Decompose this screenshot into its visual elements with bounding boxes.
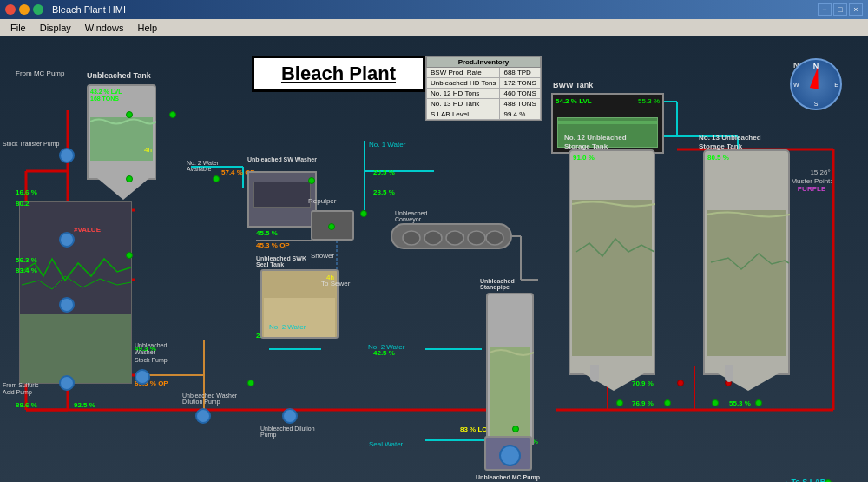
valve-13 bbox=[512, 426, 519, 432]
svg-point-40 bbox=[468, 231, 485, 245]
mc-pump-bottom-label: Unbleached MC Pump bbox=[469, 474, 547, 480]
compass-bearing: 15.26° bbox=[786, 168, 855, 176]
washer-dilution-pump-label: Unbleached WasherDilution Pump bbox=[182, 393, 237, 405]
menu-windows[interactable]: Windows bbox=[78, 21, 131, 35]
valve-12 bbox=[755, 399, 762, 406]
menu-file[interactable]: File bbox=[3, 21, 33, 35]
valve-6 bbox=[308, 177, 315, 184]
svg-point-37 bbox=[403, 231, 420, 245]
shower-label: Shower bbox=[311, 252, 334, 260]
title-bar: Bleach Plant HMI − □ × bbox=[0, 0, 868, 19]
valve-11 bbox=[712, 399, 719, 406]
prod-table-header: Prod./Inventory bbox=[427, 57, 541, 68]
minimize-ctrl[interactable]: − bbox=[818, 3, 832, 16]
no2-water-available: No. 2 WaterAvailable bbox=[187, 160, 219, 172]
stock-transfer-label: Stock Transfer Pump bbox=[3, 141, 59, 148]
dilution-pump-label: Unbleached DilutionPump bbox=[260, 426, 315, 438]
val-v17: 20.5 % bbox=[373, 168, 395, 176]
wave-svg bbox=[90, 117, 156, 126]
swk-seal-label: Unbleached SWKSeal Tank bbox=[256, 255, 306, 267]
valve-5 bbox=[213, 175, 220, 182]
unbleached-level: 43.2 % LVL 168 TONS bbox=[90, 89, 122, 103]
no12-waveform bbox=[572, 217, 655, 287]
to-s-lab-label: → To S LAB bbox=[781, 478, 825, 482]
standpipe-wave bbox=[490, 347, 534, 358]
valve-9 bbox=[616, 399, 623, 406]
conveyor bbox=[391, 223, 512, 249]
prod-row-1-label: Unbleached HD Tons bbox=[427, 78, 500, 89]
pump-6 bbox=[282, 408, 298, 424]
no13-label: No. 13 UnbleachedStorage Tank bbox=[699, 134, 761, 150]
no13-liquid bbox=[707, 210, 786, 356]
washer-stock-pump-label: UnbleachedWasherStock Pump bbox=[135, 342, 168, 364]
title-bar-left: Bleach Plant HMI bbox=[5, 4, 126, 15]
no12-level: 91.0 % bbox=[573, 154, 595, 162]
standpipe-liquid bbox=[490, 347, 530, 443]
compass-e: E bbox=[834, 82, 838, 88]
to-sewer-label: To Sewer bbox=[321, 280, 350, 287]
no12-wave bbox=[572, 200, 655, 208]
repulper-indicator bbox=[328, 223, 335, 230]
menu-bar: File Display Windows Help bbox=[0, 19, 868, 36]
title-bar-controls: − □ × bbox=[818, 3, 863, 16]
prod-row-2-value: 460 TONS bbox=[500, 89, 541, 99]
val-v20: 55.3 % bbox=[729, 399, 751, 407]
no13-level: 80.5 % bbox=[707, 154, 729, 162]
main-window: Bleach Plant HMI − □ × File Display Wind… bbox=[0, 0, 868, 482]
val-v2: 80.2 bbox=[16, 200, 30, 208]
valve-7 bbox=[360, 210, 367, 217]
prod-row-0-value: 688 TPD bbox=[500, 68, 541, 78]
valve-10 bbox=[664, 399, 671, 406]
close-ctrl[interactable]: × bbox=[849, 3, 863, 16]
valve-4 bbox=[126, 252, 133, 259]
no13-wave bbox=[707, 210, 790, 219]
svg-point-39 bbox=[446, 231, 464, 245]
bww-level: 54.2 % LVL bbox=[556, 97, 592, 105]
waveform-svg bbox=[22, 228, 131, 315]
val-v12: 45.3 % OP bbox=[256, 241, 290, 249]
min-btn[interactable] bbox=[19, 4, 30, 15]
val-v4: 83.4 % bbox=[16, 267, 37, 274]
bww-value2: 55.3 % bbox=[638, 97, 660, 105]
page-title: Bleach Plant bbox=[281, 63, 396, 85]
sw-washer-label: Unbleached SW Washer bbox=[247, 156, 317, 162]
valve-1 bbox=[126, 111, 133, 118]
menu-display[interactable]: Display bbox=[33, 21, 78, 35]
unbleached-liquid bbox=[90, 117, 153, 161]
standpipe-label: UnbleachedStandpipe bbox=[480, 278, 515, 290]
compass-w: W bbox=[793, 82, 799, 88]
max-btn[interactable] bbox=[33, 4, 43, 15]
bww-tank-label: BWW Tank bbox=[553, 81, 593, 89]
pump-7 bbox=[135, 369, 150, 385]
bww-wave bbox=[558, 121, 657, 124]
repulper-label: Repulper bbox=[308, 197, 336, 205]
prod-row-0-label: BSW Prod. Rate bbox=[427, 68, 500, 78]
prod-row-1-value: 172 TONS bbox=[500, 78, 541, 89]
no2-water-label2: No. 2 Water bbox=[368, 343, 404, 351]
sw-washer-box bbox=[247, 171, 317, 228]
pump-2 bbox=[59, 232, 75, 248]
mc-pump-bottom bbox=[484, 436, 532, 471]
tank-timer: 4h bbox=[144, 146, 152, 154]
val-v18: 28.5 % bbox=[373, 188, 395, 196]
val-v7: 88.6 % bbox=[16, 401, 37, 409]
prod-row-3-label: No. 13 HD Tank bbox=[427, 99, 500, 109]
standpipe bbox=[486, 293, 534, 445]
prod-row-2-label: No. 12 HD Tons bbox=[427, 89, 500, 99]
washer-inner bbox=[253, 182, 311, 208]
svg-point-41 bbox=[486, 231, 503, 245]
seal-water-label: Seal Water bbox=[369, 440, 403, 448]
no12-label: No. 12 UnbleachedStorage Tank bbox=[564, 134, 627, 150]
val-v3: 56.3 % bbox=[16, 256, 37, 264]
pump-4 bbox=[59, 375, 75, 391]
maximize-ctrl[interactable]: □ bbox=[833, 3, 847, 16]
valve-8 bbox=[247, 380, 254, 386]
pump-1 bbox=[59, 148, 75, 163]
close-btn[interactable] bbox=[5, 4, 16, 15]
prod-row-4-label: S LAB Level bbox=[427, 109, 500, 120]
valve-3 bbox=[126, 175, 133, 182]
menu-help[interactable]: Help bbox=[130, 21, 164, 35]
window-title: Bleach Plant HMI bbox=[52, 4, 126, 15]
swk-liquid bbox=[264, 298, 335, 337]
val-v19: 76.9 % bbox=[632, 399, 654, 407]
